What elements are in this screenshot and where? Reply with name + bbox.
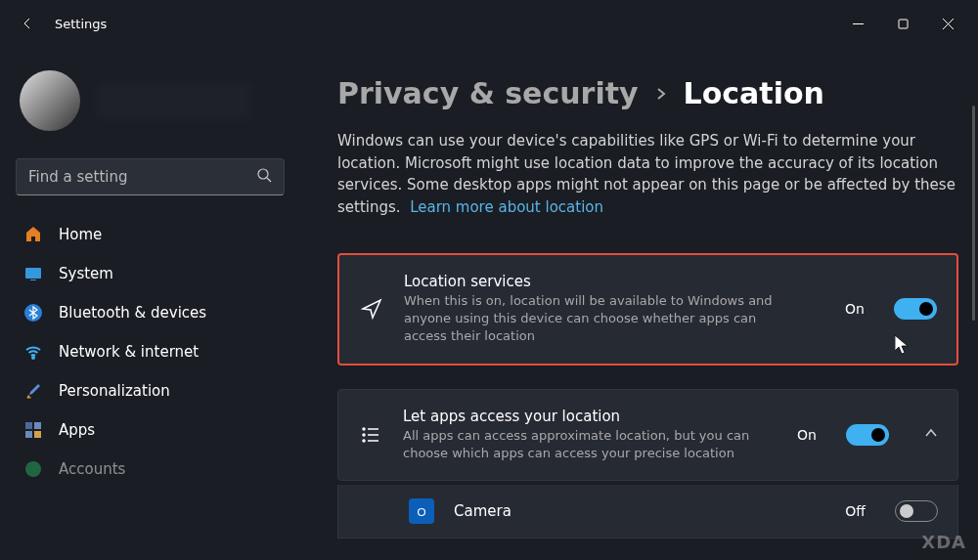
sidebar-item-accounts[interactable]: Accounts: [8, 450, 292, 489]
search-input-container[interactable]: [16, 158, 285, 195]
svg-rect-10: [25, 422, 32, 429]
card-description: All apps can access approximate location…: [403, 427, 778, 462]
sidebar-item-bluetooth[interactable]: Bluetooth & devices: [8, 293, 292, 332]
card-title: Let apps access your location: [403, 408, 778, 425]
home-icon: [23, 225, 43, 244]
breadcrumb-current: Location: [684, 76, 824, 110]
list-icon: [358, 425, 383, 445]
maximize-button[interactable]: [880, 4, 925, 43]
sidebar-item-label: Bluetooth & devices: [59, 304, 206, 322]
sidebar-item-label: Personalization: [59, 382, 170, 400]
brush-icon: [23, 381, 43, 401]
camera-location-toggle[interactable]: [895, 500, 938, 522]
toggle-status-label: On: [797, 427, 817, 443]
page-description: Windows can use your device's capabiliti…: [337, 130, 958, 218]
sidebar-item-label: System: [59, 265, 113, 282]
svg-point-19: [363, 440, 365, 442]
svg-rect-23: [419, 505, 424, 508]
camera-app-icon: [409, 498, 434, 524]
scrollbar[interactable]: [972, 106, 975, 321]
watermark: XDA: [921, 532, 966, 552]
accounts-icon: [23, 459, 43, 479]
breadcrumb: Privacy & security Location: [337, 76, 958, 110]
card-title: Location services: [404, 273, 825, 290]
card-description: When this is on, location will be availa…: [404, 292, 795, 346]
apps-access-toggle[interactable]: [846, 424, 889, 446]
location-services-card: Location services When this is on, locat…: [337, 253, 958, 366]
bluetooth-icon: [23, 303, 43, 323]
minimize-button[interactable]: [835, 4, 880, 43]
sidebar-item-label: Accounts: [59, 460, 125, 478]
sidebar-item-apps[interactable]: Apps: [8, 410, 292, 450]
profile-name-blurred: [96, 81, 252, 120]
sidebar-item-label: Home: [59, 226, 102, 243]
chevron-up-icon[interactable]: [924, 425, 938, 444]
toggle-status-label: Off: [845, 503, 866, 519]
wifi-icon: [23, 342, 43, 362]
svg-point-17: [363, 434, 365, 436]
svg-rect-11: [34, 422, 41, 429]
sidebar-item-home[interactable]: Home: [8, 215, 292, 254]
svg-point-14: [25, 461, 41, 477]
svg-rect-1: [899, 20, 908, 28]
location-arrow-icon: [359, 298, 384, 320]
sidebar-item-network[interactable]: Network & internet: [8, 332, 292, 371]
toggle-status-label: On: [845, 301, 865, 317]
sidebar-item-personalization[interactable]: Personalization: [8, 371, 292, 410]
app-name: Camera: [454, 502, 825, 520]
sidebar-item-label: Network & internet: [59, 343, 199, 361]
svg-rect-13: [34, 431, 41, 438]
search-icon: [256, 167, 272, 187]
search-input[interactable]: [28, 168, 256, 186]
svg-point-15: [363, 428, 365, 430]
chevron-right-icon: [654, 82, 668, 106]
app-row-camera: Camera Off: [337, 485, 958, 538]
apps-icon: [23, 420, 43, 440]
back-button[interactable]: [8, 4, 47, 43]
sidebar-item-label: Apps: [59, 421, 95, 439]
system-icon: [23, 264, 43, 283]
avatar: [20, 70, 80, 131]
sidebar-item-system[interactable]: System: [8, 254, 292, 293]
close-button[interactable]: [925, 4, 970, 43]
svg-point-4: [258, 169, 268, 179]
profile-section[interactable]: [8, 47, 292, 158]
learn-more-link[interactable]: Learn more about location: [410, 198, 603, 216]
svg-rect-7: [30, 280, 36, 280]
apps-access-card: Let apps access your location All apps c…: [337, 389, 958, 481]
svg-point-9: [32, 357, 34, 359]
svg-rect-12: [25, 431, 32, 438]
window-title: Settings: [55, 17, 107, 31]
svg-line-5: [267, 178, 271, 182]
svg-rect-6: [25, 268, 41, 279]
breadcrumb-parent[interactable]: Privacy & security: [337, 76, 639, 110]
location-services-toggle[interactable]: [894, 298, 937, 320]
